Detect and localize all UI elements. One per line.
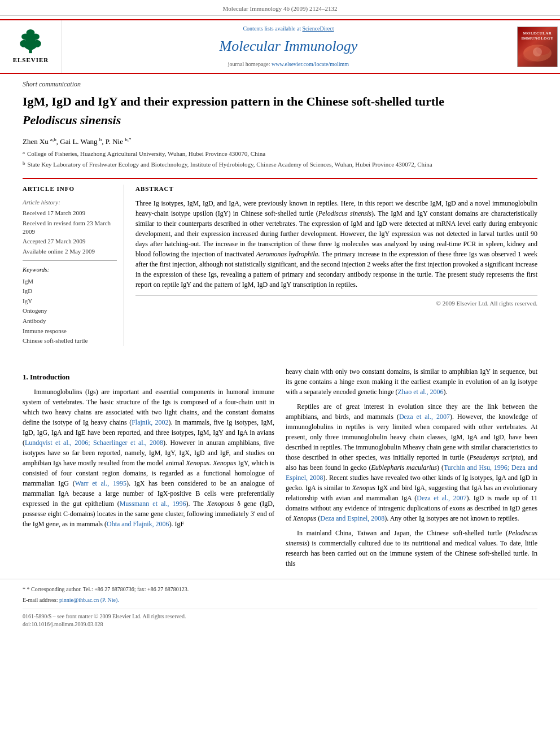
available-date: Available online 2 May 2009 — [23, 247, 117, 256]
received-date: Received 17 March 2009 — [23, 209, 117, 217]
accepted-date: Accepted 27 March 2009 — [23, 237, 117, 246]
article-info-heading: ARTICLE INFO — [23, 185, 117, 193]
abstract-heading: ABSTRACT — [135, 185, 537, 193]
abstract-col: ABSTRACT Three Ig isotypes, IgM, IgD, an… — [135, 185, 537, 346]
article-info-abstract: ARTICLE INFO Article history: Received 1… — [23, 178, 537, 346]
page: Molecular Immunology 46 (2009) 2124–2132… — [0, 0, 560, 747]
footnote-email-address: pinnie@ihb.ac.cn (P. Nie). — [59, 597, 119, 603]
elsevier-name: ELSEVIER — [13, 56, 49, 64]
keyword-turtle: Chinese soft-shelled turtle — [23, 336, 117, 346]
article-title: IgM, IgD and IgY and their expression pa… — [23, 94, 537, 110]
journal-cover-image: MOLECULARIMMUNOLOGY — [517, 27, 558, 67]
footnote-email: E-mail address: pinnie@ihb.ac.cn (P. Nie… — [23, 596, 537, 604]
cover-title: MOLECULARIMMUNOLOGY — [520, 30, 554, 42]
ref-deza1: Deza et al., 2007 — [399, 413, 450, 421]
intro-text-col2-p2: Reptiles are of great interest in evolut… — [286, 401, 537, 523]
ref-warr: Warr et al., 1995 — [75, 479, 126, 487]
svg-point-7 — [27, 29, 35, 37]
homepage-label: journal homepage: — [228, 61, 272, 67]
doi-line: doi:10.1016/j.molimm.2009.03.028 — [23, 621, 537, 628]
keyword-igy: IgY — [23, 296, 117, 307]
intro-heading: 1. Introduction — [23, 372, 274, 382]
keywords-list: IgM IgD IgY Ontogeny Antibody Immune res… — [23, 277, 117, 346]
keyword-ontogeny: Ontogeny — [23, 306, 117, 316]
keywords-label: Keywords: — [23, 265, 117, 274]
history-label: Article history: — [23, 198, 117, 207]
article-type: Short communication — [23, 80, 537, 89]
science-direct-label: Contents lists available at ScienceDirec… — [243, 25, 334, 33]
abstract-text: Three Ig isotypes, IgM, IgD, and IgA, we… — [135, 198, 537, 290]
elsevier-logo-section: ELSEVIER — [0, 20, 62, 72]
journal-title-section: Contents lists available at ScienceDirec… — [62, 20, 515, 72]
keyword-igd: IgD — [23, 286, 117, 296]
author-sup-b1: b — [99, 137, 102, 142]
affil-sup-a: a — [23, 149, 25, 159]
issn-line: 0161-5890/$ – see front matter © 2009 El… — [23, 613, 537, 621]
info-divider — [23, 260, 117, 261]
authors: Zhen Xu a,b, Gai L. Wang b, P. Nie b,* — [23, 136, 537, 147]
intro-text-col2-p3: In mainland China, Taiwan and Japan, the… — [286, 528, 537, 569]
ref-flajnik: Flajnik, 2002 — [132, 418, 168, 426]
intro-text-col2-p1: heavy chain with only two constant domai… — [286, 366, 537, 397]
article-info-col: ARTICLE INFO Article history: Received 1… — [23, 185, 124, 346]
svg-point-11 — [533, 47, 542, 56]
keyword-antibody: Antibody — [23, 316, 117, 326]
ref-lundqvist: Lundqvist et al., 2006; Schaerlinger et … — [25, 439, 163, 447]
ref-mussmann: Mussmann et al., 1996 — [120, 500, 186, 508]
keyword-immune: Immune response — [23, 326, 117, 337]
ref-deza2: Deza et al., 2007 — [417, 494, 466, 502]
ref-zhao: Zhao et al., 2006 — [398, 388, 444, 396]
article-body: Short communication IgM, IgD and IgY and… — [0, 74, 560, 366]
intro-text-col1: Immunoglobulins (Igs) are important and … — [23, 387, 274, 529]
affiliation-b: b State Key Laboratory of Freshwater Eco… — [23, 160, 537, 169]
copyright-line: © 2009 Elsevier Ltd. All rights reserved… — [135, 295, 537, 308]
affil-b-text: State Key Laboratory of Freshwater Ecolo… — [28, 160, 432, 169]
footnote-star: * — [23, 586, 27, 592]
journal-title: Molecular Immunology — [220, 36, 358, 56]
author-sup-a: a,b — [50, 137, 56, 142]
footer-bottom: 0161-5890/$ – see front matter © 2009 El… — [23, 609, 537, 628]
author-sup-b2: b,* — [125, 137, 131, 142]
main-col-left: 1. Introduction Immunoglobulins (Igs) ar… — [23, 366, 274, 573]
affil-a-text: College of Fisheries, Huazhong Agricultu… — [27, 149, 265, 159]
main-col-right: heavy chain with only two constant domai… — [286, 366, 537, 573]
journal-homepage: journal homepage: www.elsevier.com/locat… — [228, 60, 349, 68]
journal-header: ELSEVIER Contents lists available at Sci… — [0, 19, 560, 73]
article-footer: * * Corresponding author. Tel.: +86 27 6… — [0, 579, 560, 634]
revised-date: Received in revised form 23 March 2009 — [23, 219, 117, 237]
journal-cover-section: MOLECULARIMMUNOLOGY — [515, 20, 560, 72]
homepage-url[interactable]: www.elsevier.com/locate/molimm — [272, 61, 349, 67]
article-subtitle: Pelodiscus sinensis — [23, 112, 537, 129]
ref-deza3: Deza and Espinel, 2008 — [320, 514, 384, 522]
elsevier-logo: ELSEVIER — [13, 29, 49, 64]
affiliation-a: a College of Fisheries, Huazhong Agricul… — [23, 149, 537, 159]
journal-reference: Molecular Immunology 46 (2009) 2124–2132 — [0, 0, 560, 16]
affil-sup-b: b — [23, 160, 25, 169]
ref-ohta: Ohta and Flajnik, 2006 — [107, 520, 169, 528]
main-content: 1. Introduction Immunoglobulins (Igs) ar… — [0, 366, 560, 573]
affiliations: a College of Fisheries, Huazhong Agricul… — [23, 149, 537, 169]
elsevier-tree-icon — [14, 29, 47, 54]
cover-graphic — [520, 42, 554, 63]
science-direct-link[interactable]: ScienceDirect — [302, 25, 334, 32]
footnote-corresponding: * * Corresponding author. Tel.: +86 27 6… — [23, 585, 537, 593]
keyword-igm: IgM — [23, 277, 117, 287]
